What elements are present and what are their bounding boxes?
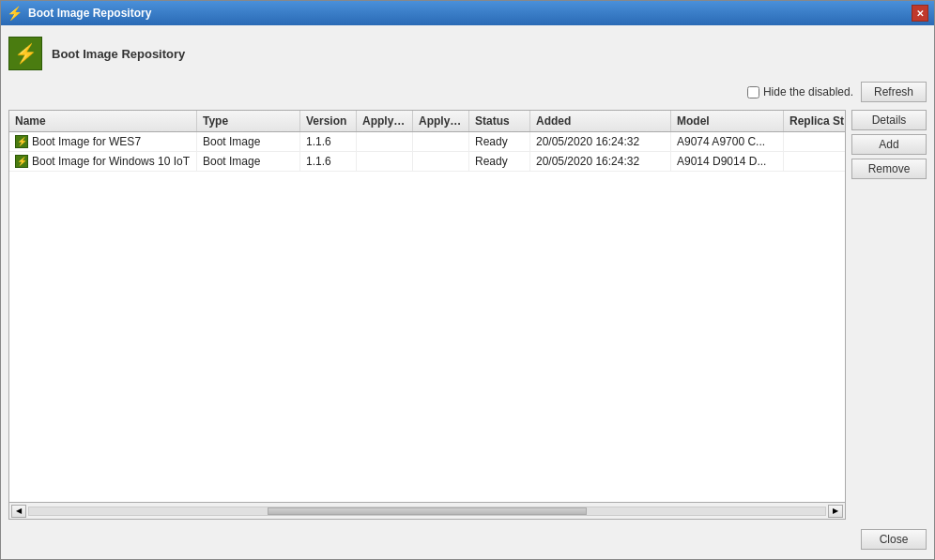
cell-added: 20/05/2020 16:24:32: [530, 132, 671, 151]
table-header: Name Type Version Apply t... Apply t... …: [9, 111, 845, 132]
scroll-right-button[interactable]: ▶: [828, 505, 843, 518]
col-header-applyt1: Apply t...: [357, 111, 413, 131]
col-header-status: Status: [469, 111, 530, 131]
side-buttons: Details Add Remove: [851, 110, 927, 520]
header-section: ⚡ Boot Image Repository: [8, 33, 927, 74]
title-bar: ⚡ Boot Image Repository ✕: [1, 1, 934, 25]
name-text: Boot Image for WES7: [32, 135, 141, 148]
name-text: Boot Image for Windows 10 IoT: [32, 155, 190, 168]
cell-name: ⚡Boot Image for Windows 10 IoT: [9, 152, 197, 171]
table-section: Name Type Version Apply t... Apply t... …: [8, 110, 846, 520]
col-header-added: Added: [530, 111, 671, 131]
cell-type: Boot Image: [197, 152, 300, 171]
col-header-applyt2: Apply t...: [413, 111, 469, 131]
cell-apply_t1: [357, 152, 413, 171]
app-icon: ⚡: [8, 37, 42, 70]
window-title: Boot Image Repository: [28, 7, 151, 20]
cell-version: 1.1.6: [300, 152, 357, 171]
refresh-button[interactable]: Refresh: [861, 82, 927, 102]
cell-replica: [784, 152, 845, 171]
close-window-button[interactable]: ✕: [912, 5, 928, 22]
col-header-model: Model: [671, 111, 784, 131]
col-header-name: Name: [9, 111, 197, 131]
scroll-track[interactable]: [28, 507, 826, 516]
main-content: Name Type Version Apply t... Apply t... …: [8, 110, 927, 520]
remove-button[interactable]: Remove: [851, 159, 927, 179]
table-row[interactable]: ⚡Boot Image for WES7Boot Image1.1.6Ready…: [9, 132, 845, 152]
cell-model: A9074 A9700 C...: [671, 132, 784, 151]
main-window: ⚡ Boot Image Repository ✕ ⚡ Boot Image R…: [0, 0, 935, 560]
scroll-thumb[interactable]: [268, 507, 586, 515]
table-body[interactable]: ⚡Boot Image for WES7Boot Image1.1.6Ready…: [9, 132, 845, 502]
cell-status: Ready: [469, 132, 530, 151]
col-header-replica: Replica St: [784, 111, 846, 131]
window-body: ⚡ Boot Image Repository Hide the disable…: [1, 25, 934, 559]
header-title: Boot Image Repository: [52, 47, 185, 61]
details-button[interactable]: Details: [851, 110, 927, 130]
row-icon: ⚡: [15, 135, 28, 148]
cell-name: ⚡Boot Image for WES7: [9, 132, 197, 151]
hide-disabled-checkbox[interactable]: [747, 86, 759, 98]
cell-added: 20/05/2020 16:24:32: [530, 152, 671, 171]
horizontal-scrollbar[interactable]: ◀ ▶: [9, 502, 845, 519]
cell-type: Boot Image: [197, 132, 300, 151]
footer-section: Close: [8, 525, 927, 552]
cell-version: 1.1.6: [300, 132, 357, 151]
add-button[interactable]: Add: [851, 134, 927, 155]
cell-model: A9014 D9014 D...: [671, 152, 784, 171]
cell-apply_t2: [413, 132, 469, 151]
cell-apply_t2: [413, 152, 469, 171]
toolbar-section: Hide the disabled. Refresh: [8, 80, 927, 104]
title-bar-left: ⚡ Boot Image Repository: [7, 6, 151, 21]
close-button[interactable]: Close: [861, 529, 927, 550]
cell-replica: [784, 132, 845, 151]
scroll-left-button[interactable]: ◀: [11, 505, 26, 518]
cell-status: Ready: [469, 152, 530, 171]
cell-apply_t1: [357, 132, 413, 151]
window-icon: ⚡: [7, 6, 23, 21]
row-icon: ⚡: [15, 155, 28, 168]
table-row[interactable]: ⚡Boot Image for Windows 10 IoTBoot Image…: [9, 152, 845, 172]
col-header-version: Version: [300, 111, 357, 131]
col-header-type: Type: [197, 111, 300, 131]
hide-disabled-label[interactable]: Hide the disabled.: [747, 85, 853, 98]
